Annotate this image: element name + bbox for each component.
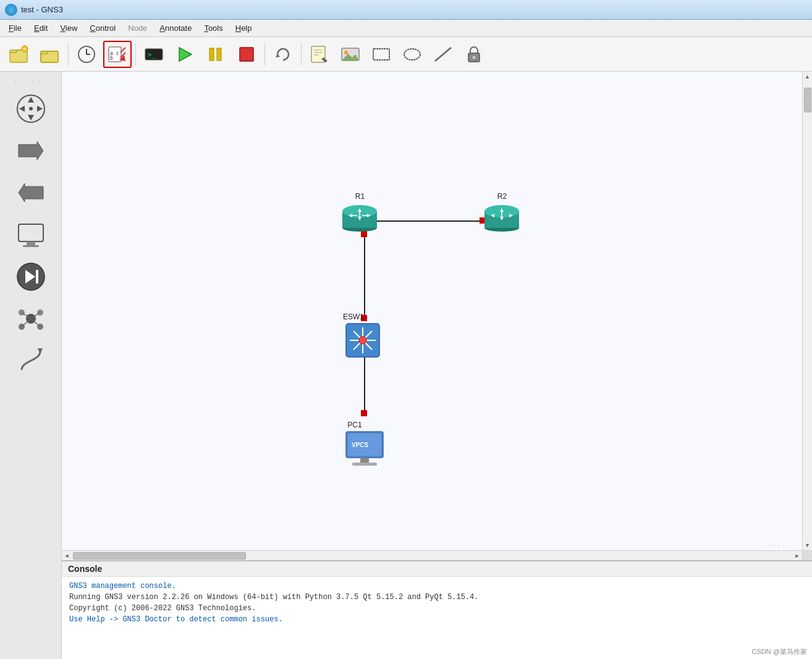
svg-marker-19 bbox=[276, 54, 280, 57]
window-title: test - GNS3 bbox=[21, 5, 63, 14]
menu-node[interactable]: Node bbox=[122, 22, 153, 34]
svg-point-88 bbox=[359, 337, 366, 344]
svg-text:VPCS: VPCS bbox=[352, 442, 369, 448]
svg-point-37 bbox=[29, 107, 33, 111]
add-note-button[interactable] bbox=[305, 41, 334, 68]
svg-rect-16 bbox=[209, 48, 214, 61]
menu-tools[interactable]: Tools bbox=[198, 22, 229, 34]
app-icon bbox=[5, 4, 17, 16]
recent-projects-button[interactable] bbox=[72, 41, 101, 68]
node-R2-label: R2 bbox=[497, 192, 507, 201]
svg-point-28 bbox=[404, 49, 420, 60]
sidebar-forward-button[interactable] bbox=[9, 132, 53, 170]
stop-all-button[interactable] bbox=[232, 41, 261, 68]
node-PC1-label: PC1 bbox=[347, 421, 362, 429]
scroll-thumb-v[interactable] bbox=[804, 88, 811, 112]
svg-rect-45 bbox=[36, 270, 38, 283]
svg-rect-93 bbox=[352, 463, 377, 466]
scroll-left-button[interactable]: ◄ bbox=[62, 551, 72, 561]
suspend-all-button[interactable] bbox=[201, 41, 230, 68]
svg-marker-39 bbox=[19, 183, 43, 202]
scroll-up-button[interactable]: ▲ bbox=[803, 72, 813, 82]
svg-marker-38 bbox=[19, 141, 43, 160]
svg-rect-27 bbox=[373, 49, 389, 60]
sidebar-play-button[interactable] bbox=[9, 258, 53, 296]
svg-rect-41 bbox=[27, 241, 35, 245]
console-title: Console bbox=[62, 561, 812, 577]
node-PC1[interactable]: PC1 VPCS bbox=[343, 421, 386, 474]
scroll-thumb-h[interactable] bbox=[73, 552, 246, 560]
menu-annotate[interactable]: Annotate bbox=[153, 22, 198, 34]
menu-view[interactable]: View bbox=[54, 22, 83, 34]
console-line-1: GNS3 management console. bbox=[69, 581, 805, 592]
svg-text:+: + bbox=[23, 46, 26, 52]
scrollbar-corner: · ·· · bbox=[802, 551, 812, 560]
main-area: · · · · · · bbox=[0, 72, 812, 659]
scroll-right-button[interactable]: ► bbox=[792, 551, 802, 561]
svg-rect-17 bbox=[217, 48, 221, 61]
canvas-row: R1 bbox=[62, 72, 812, 550]
network-canvas[interactable]: R1 bbox=[62, 72, 802, 550]
node-R1[interactable]: R1 bbox=[340, 192, 380, 233]
console-line-4: Use Help -> GNS3 Doctor to detect common… bbox=[69, 614, 805, 625]
start-all-button[interactable] bbox=[171, 41, 199, 68]
console-line-3: Copyright (c) 2006-2022 GNS3 Technologie… bbox=[69, 603, 805, 614]
menu-control[interactable]: Control bbox=[83, 22, 122, 34]
svg-rect-18 bbox=[240, 48, 253, 61]
console-area: Console GNS3 management console. Running… bbox=[62, 560, 812, 659]
console-button[interactable]: >_ bbox=[140, 41, 168, 68]
sidebar-back-button[interactable] bbox=[9, 174, 53, 212]
console-line-2: Running GNS3 version 2.2.26 on Windows (… bbox=[69, 592, 805, 603]
svg-rect-40 bbox=[19, 224, 43, 241]
reload-all-button[interactable] bbox=[269, 41, 297, 68]
h-scrollbar[interactable]: ◄ ► · ·· · bbox=[62, 550, 812, 560]
sidebar-network-button[interactable] bbox=[9, 300, 53, 338]
toolbar-sep-1 bbox=[68, 43, 69, 65]
svg-rect-42 bbox=[23, 245, 39, 247]
draw-line-button[interactable] bbox=[429, 41, 457, 68]
menu-file[interactable]: File bbox=[2, 22, 28, 34]
sidebar-resize-handle: · · · · · · bbox=[2, 77, 59, 86]
svg-marker-55 bbox=[38, 348, 43, 354]
lock-button[interactable] bbox=[460, 41, 488, 68]
menu-help[interactable]: Help bbox=[229, 22, 258, 34]
canvas-resize-handle: · · · · · · bbox=[764, 542, 790, 549]
svg-marker-35 bbox=[19, 106, 25, 112]
toolbar: + a c b >_ bbox=[0, 37, 812, 72]
sidebar-snake-button[interactable] bbox=[9, 342, 53, 380]
svg-point-25 bbox=[344, 51, 348, 54]
scroll-down-button[interactable]: ▼ bbox=[803, 540, 813, 550]
svg-marker-15 bbox=[179, 48, 192, 61]
node-ESW1-label: ESW1 bbox=[343, 313, 364, 321]
insert-image-button[interactable] bbox=[336, 41, 365, 68]
sidebar-move-button[interactable] bbox=[9, 90, 53, 128]
left-sidebar: · · · · · · bbox=[0, 72, 62, 659]
right-scrollbar[interactable]: ▲ ▼ bbox=[802, 72, 812, 550]
node-R2[interactable]: R2 bbox=[482, 192, 522, 233]
node-ESW1[interactable]: ESW1 bbox=[343, 313, 383, 358]
watermark: CSDN @菜马作家 bbox=[752, 647, 807, 657]
svg-marker-36 bbox=[37, 106, 43, 112]
sidebar-monitor-button[interactable] bbox=[9, 216, 53, 254]
svg-line-29 bbox=[435, 48, 451, 61]
svg-marker-34 bbox=[28, 115, 34, 120]
menu-edit[interactable]: Edit bbox=[28, 22, 54, 34]
svg-marker-33 bbox=[28, 97, 34, 103]
annotate-button[interactable]: a c b bbox=[103, 41, 132, 68]
menu-bar: File Edit View Control Node Annotate Too… bbox=[0, 20, 812, 37]
svg-point-31 bbox=[473, 56, 476, 59]
draw-ellipse-button[interactable] bbox=[398, 41, 426, 68]
svg-text:b: b bbox=[110, 56, 113, 61]
toolbar-sep-4 bbox=[301, 43, 302, 65]
title-bar: test - GNS3 bbox=[0, 0, 812, 20]
h-scroll-track[interactable] bbox=[72, 551, 792, 560]
canvas-wrapper: R1 bbox=[62, 72, 812, 659]
connections-svg bbox=[62, 72, 802, 550]
svg-text:>_: >_ bbox=[148, 51, 156, 59]
svg-rect-92 bbox=[360, 458, 369, 463]
draw-rectangle-button[interactable] bbox=[367, 41, 395, 68]
toolbar-sep-3 bbox=[264, 43, 265, 65]
open-project-button[interactable] bbox=[36, 41, 64, 68]
new-project-button[interactable]: + bbox=[5, 41, 33, 68]
svg-rect-64 bbox=[361, 410, 367, 416]
